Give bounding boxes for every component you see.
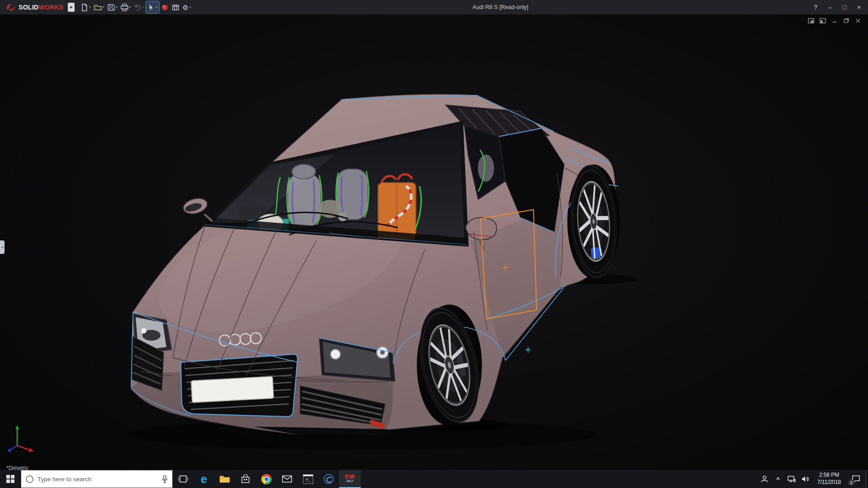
new-document-button[interactable]: ▾ <box>79 1 92 13</box>
store-button[interactable] <box>235 470 256 488</box>
open-document-button[interactable]: ▾ <box>93 1 106 13</box>
windows-taskbar: e >_ <box>0 470 868 488</box>
edge-icon: e <box>201 474 207 485</box>
people-button[interactable] <box>758 470 771 488</box>
red-sphere-icon <box>161 4 169 11</box>
blue-brake-caliper <box>591 247 601 258</box>
system-tray: ^ 2:58 PM 7/11/2018 <box>758 470 868 488</box>
console-button[interactable]: >_ <box>297 470 318 488</box>
orientation-triad <box>4 423 36 455</box>
print-button[interactable]: ▾ <box>119 1 132 13</box>
show-desktop-button[interactable] <box>865 470 868 488</box>
car-3d-model[interactable] <box>0 14 868 470</box>
task-view-icon <box>178 475 188 483</box>
dropdown-caret-icon[interactable]: ▾ <box>129 5 131 9</box>
table-icon <box>172 4 179 11</box>
action-center-button[interactable]: 2 <box>846 470 865 488</box>
help-button[interactable]: ? <box>808 1 823 13</box>
chrome-icon <box>261 474 272 484</box>
mail-icon <box>282 475 292 483</box>
close-button[interactable]: × <box>852 1 866 13</box>
view-orientation-label: *Dimetric <box>6 465 28 470</box>
open-folder-icon <box>94 4 102 11</box>
task-pane-flyout-tab[interactable]: ◂ <box>0 240 5 254</box>
print-icon <box>121 4 128 11</box>
document-title: Audi R8 S [Read-only] <box>193 4 808 10</box>
solidworks-window: SOLIDWORKS ▶ ▾ ▾ ▾ ▾ ▾ <box>0 0 868 488</box>
design-binder-button[interactable] <box>170 1 181 13</box>
brand-text: SOLIDWORKS <box>19 3 63 11</box>
clock-date: 7/11/2018 <box>817 479 841 486</box>
tray-expand-button[interactable]: ^ <box>771 470 785 488</box>
clock-time: 2:58 PM <box>819 472 840 479</box>
vertex-marker <box>525 347 531 352</box>
taskbar-clock[interactable]: 2:58 PM 7/11/2018 <box>812 470 846 488</box>
dropdown-caret-icon[interactable]: ▾ <box>89 5 91 9</box>
quick-access-toolbar: ▾ ▾ ▾ ▾ ▾ ▾ <box>79 1 192 13</box>
task-view-button[interactable] <box>173 470 193 488</box>
search-input[interactable] <box>38 476 158 483</box>
brand-works: WORKS <box>38 4 63 11</box>
console-icon: >_ <box>303 474 313 484</box>
solidworks-icon-year: 2017 <box>346 479 354 483</box>
volume-button[interactable] <box>798 470 812 488</box>
file-explorer-button[interactable] <box>214 470 235 488</box>
save-icon <box>107 4 115 11</box>
network-button[interactable] <box>785 470 798 488</box>
people-icon <box>760 475 769 483</box>
new-document-icon <box>80 4 88 11</box>
store-bag-icon <box>241 474 250 483</box>
save-button[interactable]: ▾ <box>106 1 119 13</box>
options-button[interactable]: ⚙ ▾ <box>181 1 193 13</box>
xpress-products-button[interactable] <box>160 1 170 13</box>
microphone-icon[interactable] <box>162 475 168 483</box>
minimize-button[interactable]: – <box>823 1 837 13</box>
dropdown-caret-icon[interactable]: ▾ <box>143 5 145 9</box>
titlebar: SOLIDWORKS ▶ ▾ ▾ ▾ ▾ ▾ <box>0 0 868 14</box>
start-button[interactable] <box>0 470 21 488</box>
media-app-button[interactable] <box>318 470 339 488</box>
cortana-icon <box>26 475 33 483</box>
menu-expand-button[interactable]: ▶ <box>68 3 75 12</box>
chevron-up-icon: ^ <box>776 476 780 483</box>
select-cursor-icon <box>147 4 155 11</box>
solidworks-taskbar-button[interactable]: SW 2017 <box>339 470 361 488</box>
mail-button[interactable] <box>277 470 297 488</box>
front-grille <box>181 354 297 417</box>
select-tool-button[interactable]: ▾ <box>146 1 159 13</box>
undo-button[interactable]: ▾ <box>133 1 146 13</box>
dropdown-caret-icon[interactable]: ▾ <box>189 5 191 9</box>
brand-solid: SOLID <box>19 4 38 11</box>
left-mirror <box>182 196 212 221</box>
window-controls: ? – □ × <box>808 1 868 13</box>
notification-badge: 2 <box>848 479 854 486</box>
taskbar-search[interactable] <box>21 470 173 488</box>
network-icon <box>788 476 796 482</box>
dropdown-caret-icon[interactable]: ▾ <box>103 5 104 9</box>
gear-icon: ⚙ <box>183 4 189 11</box>
windows-logo-icon <box>6 475 14 483</box>
dropdown-caret-icon[interactable]: ▾ <box>116 5 118 9</box>
undo-icon <box>134 4 142 11</box>
edge-button[interactable]: e <box>193 470 214 488</box>
media-app-icon <box>324 474 334 484</box>
dropdown-caret-icon[interactable]: ▾ <box>156 5 158 9</box>
license-plate <box>191 376 274 402</box>
volume-icon <box>801 475 809 483</box>
graphics-viewport[interactable]: *Dimetric ◂ <box>0 14 868 470</box>
ds-logo-icon <box>5 3 16 11</box>
file-explorer-icon <box>219 474 230 483</box>
solidworks-logo: SOLIDWORKS <box>0 3 67 11</box>
chrome-button[interactable] <box>256 470 277 488</box>
maximize-button[interactable]: □ <box>837 1 852 13</box>
solidworks-icon: SW <box>345 474 355 479</box>
